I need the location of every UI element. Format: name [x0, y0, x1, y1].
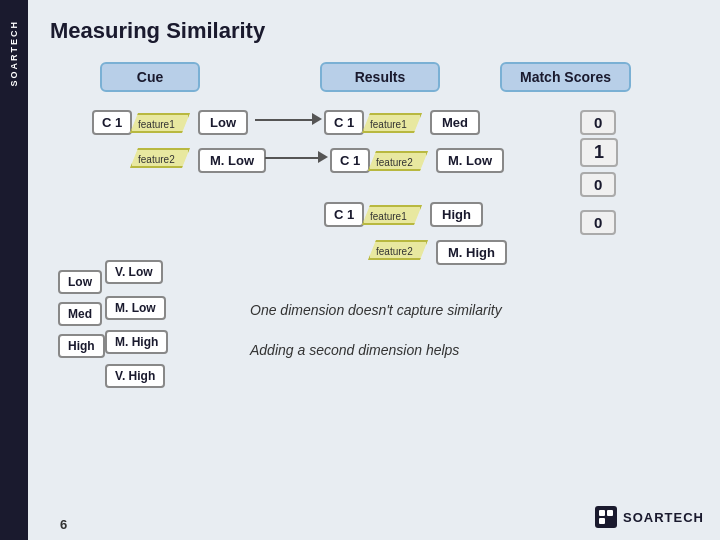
feat1-right-row3: feature1: [362, 205, 422, 225]
score-0-row3: 0: [580, 210, 616, 235]
logo-icon: [595, 506, 617, 528]
val-mlow-row2-right: M. Low: [436, 148, 504, 173]
legend-high: High: [58, 334, 105, 358]
c1-right-row1: C 1: [324, 110, 364, 135]
logo-bottom: SOARTECH: [595, 506, 704, 528]
diagram: C 1 feature1 Low C 1 feature1 Med 0 feat…: [50, 102, 698, 442]
val-mlow-row2-left: M. Low: [198, 148, 266, 173]
feat2-right-row2: feature2: [368, 151, 428, 171]
c1-right-row2: C 1: [330, 148, 370, 173]
feat2-right-row4: feature2: [368, 240, 428, 260]
val-med-row1: Med: [430, 110, 480, 135]
arrowhead-row1: [312, 113, 322, 125]
header-row: Cue Results Match Scores: [50, 62, 698, 92]
header-results: Results: [320, 62, 440, 92]
svg-rect-1: [607, 510, 613, 516]
feat2-left-row2: feature2: [130, 148, 190, 168]
svg-rect-0: [599, 510, 605, 516]
legend-mlow: M. Low: [105, 296, 166, 320]
logo-label: SOARTECH: [623, 510, 704, 525]
sidebar-logo: SOARTECH: [9, 20, 19, 87]
val-low-row1: Low: [198, 110, 248, 135]
score-0-top: 0: [580, 110, 616, 135]
header-cue: Cue: [100, 62, 200, 92]
main-content: Measuring Similarity Cue Results Match S…: [28, 0, 720, 540]
score-0-row2: 0: [580, 172, 616, 197]
note-two-dim: Adding a second dimension helps: [250, 342, 459, 358]
val-high-row3: High: [430, 202, 483, 227]
legend-vlow: V. Low: [105, 260, 163, 284]
legend-mhigh: M. High: [105, 330, 168, 354]
sidebar: SOARTECH: [0, 0, 28, 540]
svg-rect-2: [599, 518, 605, 524]
page-title: Measuring Similarity: [50, 18, 698, 44]
legend-med: Med: [58, 302, 102, 326]
legend-vhigh: V. High: [105, 364, 165, 388]
val-mhigh-row4: M. High: [436, 240, 507, 265]
score-1: 1: [580, 138, 618, 167]
feat1-left-row1: feature1: [130, 113, 190, 133]
c1-left-row1: C 1: [92, 110, 132, 135]
header-match-scores: Match Scores: [500, 62, 631, 92]
feat1-right-row1: feature1: [362, 113, 422, 133]
arrowhead-row2: [318, 151, 328, 163]
legend-low: Low: [58, 270, 102, 294]
c1-right-row3: C 1: [324, 202, 364, 227]
note-one-dim: One dimension doesn't capture similarity: [250, 302, 502, 318]
arrow-row1: [255, 119, 315, 121]
page-number: 6: [60, 517, 67, 532]
arrow-row2: [265, 157, 321, 159]
